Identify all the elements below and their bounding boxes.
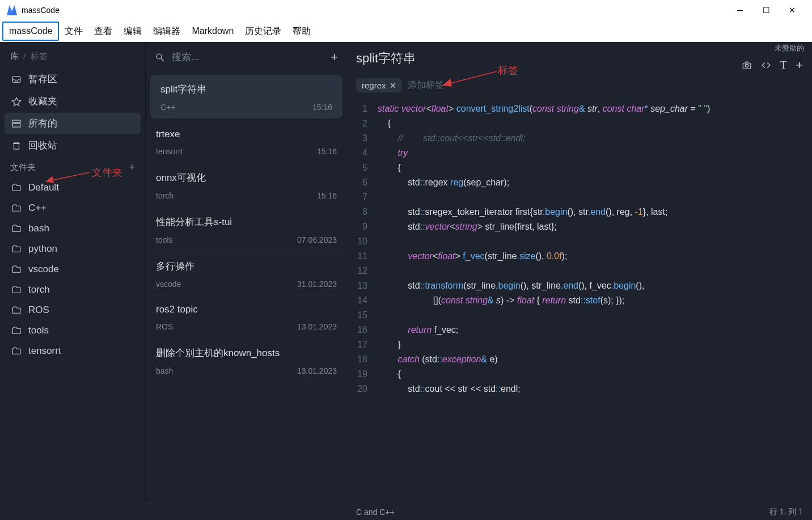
search-icon	[155, 52, 165, 62]
snippet-list-item[interactable]: onnx可视化torch15:16	[146, 163, 347, 208]
menu-bar: massCode文件查看编辑编辑器Markdown历史记录帮助	[0, 20, 812, 42]
status-cursor: 行 1, 列 1	[769, 507, 803, 517]
crumb-library[interactable]: 库	[10, 51, 19, 61]
folder-item[interactable]: tensorrt	[5, 341, 141, 361]
snippet-title-input[interactable]: split字符串	[356, 48, 416, 69]
folder-item[interactable]: ROS	[5, 301, 141, 320]
folder-icon	[11, 244, 22, 254]
tag-label: regrex	[362, 81, 386, 90]
snippet-list-item[interactable]: ros2 topicROS13.01.2023	[146, 296, 347, 339]
inbox-icon	[11, 74, 22, 84]
window-title: massCode	[22, 6, 60, 15]
folder-item[interactable]: torch	[5, 280, 141, 299]
svg-rect-2	[12, 120, 20, 122]
menu-item-6[interactable]: 历史记录	[239, 22, 287, 41]
snippet-item-time: 15:16	[317, 191, 337, 200]
snippet-list-item[interactable]: split字符串C++15:16	[150, 75, 342, 119]
folder-icon	[11, 264, 22, 274]
add-tag-input[interactable]: 添加标签	[408, 79, 444, 91]
menu-item-4[interactable]: 编辑器	[147, 22, 186, 41]
folder-icon	[11, 325, 22, 336]
tag-remove-icon[interactable]: ✕	[390, 81, 396, 90]
svg-rect-0	[12, 76, 20, 82]
menu-item-2[interactable]: 查看	[88, 22, 118, 41]
format-icon[interactable]: T	[780, 60, 786, 71]
window-maximize-button[interactable]: ☐	[753, 1, 779, 19]
add-snippet-button[interactable]: +	[331, 50, 338, 65]
snippet-item-folder: C++	[160, 103, 175, 112]
folder-item-label: tensorrt	[28, 345, 61, 357]
snippet-item-time: 07.06.2023	[297, 235, 337, 244]
screenshot-icon[interactable]	[742, 60, 752, 70]
window-minimize-button[interactable]: ─	[727, 1, 753, 19]
snippet-item-time: 15:16	[317, 147, 337, 156]
snippet-item-folder: torch	[156, 191, 174, 200]
snippet-item-time: 13.01.2023	[297, 322, 337, 331]
status-language[interactable]: C and C++	[356, 508, 395, 517]
snippet-item-folder: ROS	[156, 322, 173, 331]
folder-item[interactable]: tools	[5, 321, 141, 340]
snippet-list-item[interactable]: 多行操作vscode31.01.2023	[146, 252, 347, 296]
svg-marker-1	[12, 98, 21, 105]
menu-item-7[interactable]: 帮助	[287, 22, 316, 41]
sidebar-breadcrumb: 库 / 标签	[5, 48, 141, 65]
folder-item-label: torch	[28, 284, 50, 295]
library-item-label: 回收站	[28, 139, 57, 152]
code-editor[interactable]: 1static vector<float> convert_string2lis…	[347, 99, 812, 503]
status-bar: C and C++ 行 1, 列 1	[0, 503, 812, 520]
window-title-bar: massCode ─ ☐ ✕	[0, 0, 812, 20]
snippet-item-folder: vscode	[156, 280, 181, 289]
snippet-item-title: ros2 topic	[156, 304, 337, 315]
folder-item-label: Default	[28, 182, 59, 193]
snippet-list-item[interactable]: trtexetensorrt15:16	[146, 121, 347, 163]
folder-icon	[11, 223, 22, 234]
snippet-item-title: split字符串	[160, 83, 332, 96]
window-close-button[interactable]: ✕	[779, 1, 805, 19]
library-item[interactable]: 所有的	[5, 113, 141, 134]
snippet-item-title: 性能分析工具s-tui	[156, 215, 337, 229]
snippet-item-time: 15:16	[312, 103, 332, 112]
search-input[interactable]	[172, 52, 324, 63]
folder-item[interactable]: Default	[5, 178, 141, 197]
editor-panel: 未赞助的 split字符串 T + regrex ✕ 添加标签 1static …	[347, 42, 812, 503]
trash-icon	[11, 141, 22, 151]
folder-item-label: tools	[28, 325, 49, 336]
folder-item-label: bash	[28, 223, 49, 234]
folder-item-label: python	[28, 243, 57, 255]
snippet-item-title: 多行操作	[156, 260, 337, 273]
snippet-item-time: 13.01.2023	[297, 366, 337, 375]
menu-item-5[interactable]: Markdown	[186, 23, 239, 40]
crumb-tags[interactable]: 标签	[31, 51, 48, 61]
folder-item[interactable]: bash	[5, 219, 141, 238]
svg-point-10	[746, 64, 748, 67]
snippet-item-time: 31.01.2023	[297, 280, 337, 289]
folder-item[interactable]: python	[5, 239, 141, 259]
unsponsored-label[interactable]: 未赞助的	[775, 43, 804, 53]
svg-point-7	[157, 54, 162, 59]
folder-item[interactable]: vscode	[5, 260, 141, 279]
snippet-item-title: trtexe	[156, 129, 337, 140]
snippet-list-item[interactable]: 性能分析工具s-tuitools07.06.2023	[146, 208, 347, 252]
folder-icon	[11, 346, 22, 356]
snippet-item-folder: bash	[156, 366, 173, 375]
code-icon[interactable]	[761, 60, 771, 70]
library-item[interactable]: 收藏夹	[5, 91, 141, 112]
snippet-item-title: 删除个别主机的known_hosts	[156, 346, 337, 360]
library-item[interactable]: 暂存区	[5, 69, 141, 90]
menu-item-0[interactable]: massCode	[2, 22, 59, 41]
folder-icon	[11, 183, 22, 193]
menu-item-3[interactable]: 编辑	[118, 22, 147, 41]
snippet-list-item[interactable]: 删除个别主机的known_hostsbash13.01.2023	[146, 339, 347, 383]
sidebar: 库 / 标签 暂存区收藏夹所有的回收站 文件夹 + DefaultC++bash…	[0, 42, 145, 503]
library-item-label: 暂存区	[28, 73, 57, 86]
app-logo	[7, 5, 17, 15]
add-fragment-button[interactable]: +	[796, 58, 803, 73]
folder-item[interactable]: C++	[5, 198, 141, 218]
svg-line-8	[161, 58, 164, 61]
menu-item-1[interactable]: 文件	[59, 22, 88, 41]
snippet-tag[interactable]: regrex ✕	[356, 78, 402, 92]
add-folder-button[interactable]: +	[129, 162, 135, 174]
folder-icon	[11, 203, 22, 213]
folder-item-label: C++	[28, 202, 46, 214]
library-item[interactable]: 回收站	[5, 135, 141, 156]
